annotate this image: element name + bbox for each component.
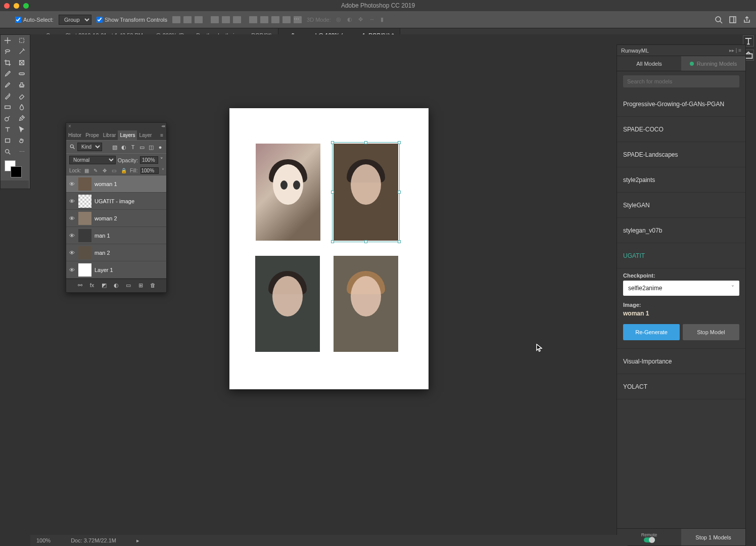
layer-item[interactable]: 👁 man 1 <box>66 227 166 244</box>
regenerate-button[interactable]: Re-Generate <box>623 324 680 340</box>
collapse-plugin-icon[interactable]: ▸▸ | ≡ <box>729 48 741 53</box>
lock-all-icon[interactable]: 🔒 <box>121 168 127 174</box>
heal-tool[interactable] <box>15 68 29 79</box>
tab-all-models[interactable]: All Models <box>617 56 681 71</box>
orbit-icon[interactable]: ◎ <box>336 16 344 23</box>
tab-libraries[interactable]: Librar <box>101 130 118 140</box>
eraser-tool[interactable] <box>15 90 29 102</box>
move-tool[interactable] <box>1 35 15 46</box>
model-search-input[interactable] <box>623 75 739 87</box>
tab-layer-comps[interactable]: Layer <box>137 130 154 140</box>
blend-mode-select[interactable]: Normal <box>69 156 116 164</box>
image-man-2[interactable] <box>334 256 398 352</box>
mask-icon[interactable]: ◩ <box>101 282 108 289</box>
fill-input[interactable] <box>140 167 159 174</box>
share-icon[interactable] <box>743 16 751 24</box>
layer-item[interactable]: 👁 Layer 1 <box>66 261 166 279</box>
opacity-chevron-icon[interactable]: ˅ <box>160 157 163 163</box>
checkpoint-dropdown[interactable]: selfie2anime ˅ <box>623 281 739 296</box>
link-layers-icon[interactable]: ⚯ <box>76 282 83 289</box>
lock-brush-icon[interactable]: ✎ <box>93 168 100 174</box>
distribute-v-icon[interactable] <box>260 16 268 23</box>
filter-toggle-icon[interactable]: ● <box>157 144 163 150</box>
filter-shape-icon[interactable]: ▭ <box>139 144 145 150</box>
delete-layer-icon[interactable]: 🗑 <box>149 282 156 289</box>
model-item-active[interactable]: UGATIT <box>617 243 745 268</box>
visibility-icon[interactable]: 👁 <box>68 233 75 239</box>
plugin-header[interactable]: RunwayML ▸▸ | ≡ <box>617 45 745 56</box>
align-center-h-icon[interactable] <box>183 16 192 23</box>
collapse-panel-icon[interactable]: ◂◂ <box>161 123 164 128</box>
model-item[interactable]: SPADE-COCO <box>617 117 745 142</box>
layer-thumb[interactable] <box>78 246 91 259</box>
layer-item[interactable]: 👁 woman 1 <box>66 175 166 193</box>
stop-model-button[interactable]: Stop Model <box>683 324 739 340</box>
zoom-tool[interactable] <box>1 146 15 157</box>
slide-icon[interactable]: ↔ <box>369 16 377 23</box>
frame-tool[interactable] <box>15 57 29 68</box>
distribute-spacing-v-icon[interactable] <box>282 16 291 23</box>
align-top-icon[interactable] <box>211 16 219 23</box>
model-item[interactable]: Visual-Importance <box>617 349 745 374</box>
layer-item[interactable]: 👁 UGATIT - image <box>66 193 166 210</box>
eyedropper-tool[interactable] <box>1 68 15 79</box>
screenmode-icon[interactable] <box>15 180 29 189</box>
history-brush-tool[interactable] <box>1 90 15 102</box>
tab-running-models[interactable]: Running Models <box>681 56 745 71</box>
doc-size[interactable]: Doc: 3.72M/22.1M <box>71 537 116 543</box>
tab-history[interactable]: Histor <box>66 130 83 140</box>
visibility-icon[interactable]: 👁 <box>68 267 75 273</box>
align-bottom-icon[interactable] <box>233 16 241 23</box>
adjustment-icon[interactable]: ◐ <box>113 282 120 289</box>
stamp-tool[interactable] <box>15 79 29 90</box>
lock-position-icon[interactable]: ✥ <box>103 168 109 174</box>
pan-icon[interactable]: ✥ <box>358 16 366 23</box>
blur-tool[interactable] <box>15 102 29 113</box>
image-man-1[interactable] <box>255 256 320 352</box>
panel-menu-icon[interactable]: ≡ <box>157 130 166 140</box>
opacity-input[interactable] <box>140 156 158 164</box>
align-center-v-icon[interactable] <box>222 16 230 23</box>
fill-chevron-icon[interactable]: ˅ <box>162 168 164 173</box>
visibility-icon[interactable]: 👁 <box>68 198 75 204</box>
lock-artboard-icon[interactable]: ▭ <box>112 168 118 174</box>
tab-properties[interactable]: Prope <box>83 130 101 140</box>
image-woman-1[interactable] <box>334 144 398 241</box>
model-item[interactable]: style2paints <box>617 167 745 193</box>
layer-item[interactable]: 👁 woman 2 <box>66 210 166 227</box>
filter-kind-select[interactable]: Kind <box>77 143 102 151</box>
remote-toggle[interactable] <box>644 537 655 542</box>
magic-wand-tool[interactable] <box>15 46 29 57</box>
visibility-icon[interactable]: 👁 <box>68 215 75 221</box>
pen-tool[interactable] <box>15 113 29 124</box>
workspace-icon[interactable] <box>729 16 737 24</box>
filter-pixel-icon[interactable]: ▧ <box>112 144 118 150</box>
model-item[interactable]: YOLACT <box>617 374 745 399</box>
search-icon[interactable] <box>715 16 723 24</box>
model-list[interactable]: Progressive-Growing-of-GANs-PGAN SPADE-C… <box>617 92 745 528</box>
brush-tool[interactable] <box>1 79 15 90</box>
visibility-icon[interactable]: 👁 <box>68 250 75 256</box>
model-item[interactable]: SPADE-Landscapes <box>617 142 745 167</box>
show-transform-checkbox[interactable]: Show Transform Controls <box>97 17 167 23</box>
fx-icon[interactable]: fx <box>88 282 96 289</box>
filter-adjust-icon[interactable]: ◐ <box>121 144 127 150</box>
stop-all-button[interactable]: Stop 1 Models <box>681 529 745 545</box>
camera-icon[interactable]: ▮ <box>381 16 389 23</box>
panel-header[interactable]: × ◂◂ <box>66 123 166 129</box>
model-item[interactable]: StyleGAN <box>617 193 745 218</box>
roll-icon[interactable]: ◐ <box>347 16 355 23</box>
hand-tool[interactable] <box>15 135 29 146</box>
more-align-icon[interactable]: ⋯ <box>294 16 302 23</box>
layer-thumb[interactable] <box>78 229 91 242</box>
model-item[interactable]: stylegan_v07b <box>617 218 745 243</box>
filter-smart-icon[interactable]: ◫ <box>148 144 154 150</box>
gradient-tool[interactable] <box>1 102 15 113</box>
layer-thumb[interactable] <box>78 195 91 208</box>
layer-item[interactable]: 👁 man 2 <box>66 244 166 261</box>
artboard[interactable] <box>229 108 429 389</box>
close-window-button[interactable] <box>4 3 10 9</box>
close-panel-icon[interactable]: × <box>68 123 71 129</box>
auto-select-target[interactable]: Group <box>59 15 91 25</box>
path-select-tool[interactable] <box>15 124 29 135</box>
